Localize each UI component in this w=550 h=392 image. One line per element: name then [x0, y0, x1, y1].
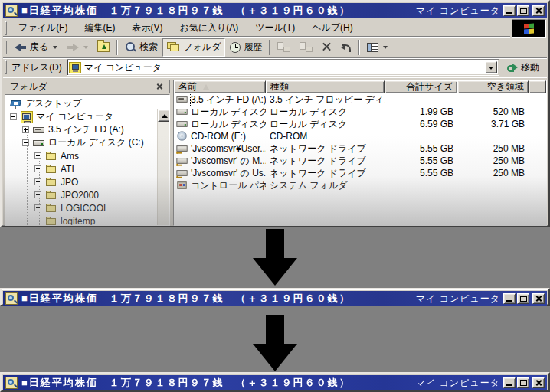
column-header-type[interactable]: 種類	[266, 80, 385, 93]
tree-item-ams[interactable]: Ams	[5, 149, 157, 162]
move-to-button[interactable]	[273, 38, 295, 57]
folder-icon	[45, 163, 57, 175]
maximize-button[interactable]	[517, 5, 529, 16]
copy-to-button[interactable]	[295, 38, 317, 57]
tree-item-local-disk-c[interactable]: ローカル ディスク (C:)	[5, 136, 157, 149]
folders-pane-title: フォルダ	[10, 80, 47, 93]
menu-view[interactable]: 表示(V)	[123, 19, 171, 37]
maximize-button[interactable]	[517, 377, 529, 388]
expand-plus-icon[interactable]	[34, 152, 41, 159]
tree-item-ati[interactable]: ATI	[5, 162, 157, 175]
total-size: 6.59 GB	[385, 119, 457, 129]
folders-label: フォルダ	[183, 41, 221, 54]
expand-plus-icon[interactable]	[34, 178, 41, 185]
network-drive-icon	[176, 155, 188, 166]
history-button[interactable]: 履歴	[225, 38, 267, 57]
menubar-grip[interactable]	[5, 21, 7, 35]
file-type: ネットワーク ドライブ	[266, 167, 385, 180]
minimize-button[interactable]	[503, 5, 516, 16]
list-row-network-drive-3[interactable]: 'Jvscomsvr' の Us... ネットワーク ドライブ 5.55 GB …	[174, 167, 546, 179]
menu-help[interactable]: ヘルプ(H)	[303, 19, 362, 37]
free-space: 250 MB	[457, 155, 529, 166]
menu-tools[interactable]: ツール(T)	[247, 19, 303, 37]
hard-drive-icon	[176, 118, 188, 129]
file-type: システム フォルダ	[266, 179, 385, 192]
total-size: 1.99 GB	[385, 106, 457, 117]
delete-button[interactable]	[317, 38, 336, 57]
move-to-icon	[277, 42, 290, 52]
list-row-local-disk-c[interactable]: ローカル ディスク (C:) ローカル ディスク 1.99 GB 520 MB	[174, 106, 546, 118]
menu-edit[interactable]: 編集(E)	[76, 19, 123, 37]
list-row-floppy-a[interactable]: 3.5 インチ FD (A:) 3.5 インチ フロッピー ディスク	[174, 93, 546, 106]
explorer-app-icon[interactable]	[5, 377, 18, 389]
folders-button[interactable]: フォルダ	[162, 38, 225, 57]
folders-pane-close-icon[interactable]	[155, 82, 165, 91]
window-title-ticker: ■日経平均株価 １万７９１８円９７銭 （＋３１９円６０銭）	[21, 4, 351, 18]
collapsed-window-strip-2: ■日経平均株価 １万７９１８円９７銭 （＋３１９円６０銭） マイ コンピュータ	[0, 372, 550, 392]
go-button[interactable]: 移動	[503, 59, 544, 76]
menu-favorites[interactable]: お気に入り(A)	[171, 19, 247, 37]
tree-item-logitemp[interactable]: logitemp	[5, 214, 157, 226]
magnifier-lens	[8, 379, 14, 385]
expand-plus-icon[interactable]	[22, 126, 29, 133]
menu-file[interactable]: ファイル(F)	[10, 19, 76, 37]
forward-button[interactable]	[62, 38, 93, 57]
tree-item-label: JPO	[61, 177, 78, 188]
tree-scrollbar[interactable]	[157, 109, 169, 225]
expand-plus-icon[interactable]	[34, 204, 41, 211]
file-name: 'Jvscomsvr' の Us...	[191, 167, 266, 180]
list-row-network-drive-1[interactable]: 'Jvscomsvr¥User... ネットワーク ドライブ 5.55 GB 2…	[174, 142, 546, 155]
column-header-name[interactable]: 名前	[174, 80, 266, 93]
file-name: ローカル ディスク (D:)	[191, 118, 266, 131]
total-size: 5.55 GB	[385, 143, 457, 154]
explorer-app-icon[interactable]	[5, 292, 18, 305]
toolbar-grip[interactable]	[5, 41, 7, 54]
titlebar[interactable]: ■日経平均株価 １万７９１８円９７銭 （＋３１９円６０銭） マイ コンピュータ	[3, 291, 547, 306]
search-button[interactable]: 検索	[120, 38, 162, 57]
file-name: 'Jvscomsvr¥User...	[191, 143, 266, 154]
minimize-button[interactable]	[503, 293, 516, 304]
maximize-button[interactable]	[517, 293, 529, 304]
list-row-cdrom-e[interactable]: CD-ROM (E:) CD-ROM	[174, 130, 546, 142]
tree-item-desktop[interactable]: デスクトップ	[5, 97, 157, 110]
go-label: 移動	[521, 61, 539, 74]
titlebar[interactable]: ■日経平均株価 １万７９１８円９７銭 （＋３１９円６０銭） マイ コンピュータ	[3, 3, 547, 18]
undo-button[interactable]	[336, 38, 356, 57]
list-row-network-drive-2[interactable]: 'Jvscomsvr' の M... ネットワーク ドライブ 5.55 GB 2…	[174, 155, 546, 167]
tree-item-logicool[interactable]: LOGICOOL	[5, 201, 157, 214]
expand-plus-icon[interactable]	[34, 191, 41, 198]
up-folder-icon	[97, 42, 110, 52]
back-arrow-icon	[15, 43, 27, 52]
expand-plus-icon[interactable]	[34, 165, 41, 172]
explorer-app-icon[interactable]	[5, 5, 18, 17]
back-button[interactable]: 戻る	[10, 38, 62, 57]
list-row-control-panel[interactable]: コントロール パネル システム フォルダ	[174, 179, 546, 191]
magnifier-lens	[8, 295, 14, 301]
column-header-free-space[interactable]: 空き領域	[457, 80, 529, 93]
close-button[interactable]	[532, 5, 545, 16]
scroll-up-button[interactable]	[158, 109, 170, 122]
close-button[interactable]	[532, 293, 545, 304]
up-button[interactable]	[93, 38, 114, 57]
maximize-icon	[520, 380, 527, 386]
delete-x-icon	[322, 42, 332, 52]
tree-item-floppy-a[interactable]: 3.5 インチ FD (A:)	[5, 123, 157, 136]
magnifier-handle	[14, 300, 18, 304]
down-arrow	[253, 315, 297, 371]
folders-pane: フォルダ デスクトップ マイ コンピュータ	[5, 80, 170, 226]
views-button[interactable]	[362, 38, 392, 57]
tree-item-my-computer[interactable]: マイ コンピュータ	[5, 110, 157, 123]
addressbar-grip[interactable]	[5, 60, 7, 74]
address-dropdown-button[interactable]	[485, 61, 497, 74]
address-combobox[interactable]: マイ コンピュータ	[67, 59, 499, 76]
list-row-local-disk-d[interactable]: ローカル ディスク (D:) ローカル ディスク 6.59 GB 3.71 GB	[174, 118, 546, 130]
titlebar[interactable]: ■日経平均株価 １万７９１８円９７銭 （＋３１９円６０銭） マイ コンピュータ	[3, 375, 547, 390]
minimize-button[interactable]	[503, 377, 516, 388]
close-button[interactable]	[532, 377, 545, 388]
collapse-minus-icon[interactable]	[10, 113, 17, 120]
column-header-total-size[interactable]: 合計サイズ	[385, 80, 457, 93]
tree-item-jpo2000[interactable]: JPO2000	[5, 188, 157, 201]
folders-icon	[167, 42, 180, 52]
collapse-minus-icon[interactable]	[22, 139, 29, 146]
tree-item-jpo[interactable]: JPO	[5, 175, 157, 188]
